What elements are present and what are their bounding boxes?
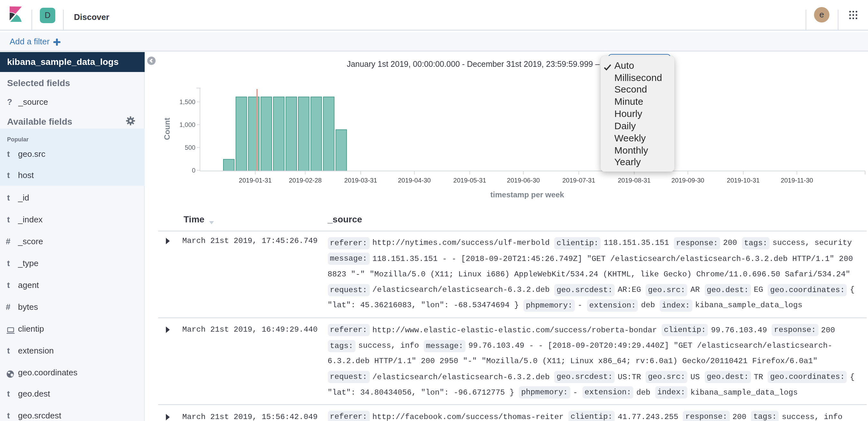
svg-text:timestamp per week: timestamp per week [490,190,564,199]
svg-text:500: 500 [185,144,195,151]
svg-text:2019-06-30: 2019-06-30 [507,177,540,184]
svg-text:2019-11-30: 2019-11-30 [780,177,813,184]
svg-text:1,500: 1,500 [179,98,195,105]
svg-text:2019-02-28: 2019-02-28 [289,177,321,184]
svg-text:2019-08-31: 2019-08-31 [618,177,651,184]
svg-text:2019-10-31: 2019-10-31 [727,177,760,184]
svg-text:0: 0 [192,167,195,174]
svg-text:1,000: 1,000 [179,121,195,128]
svg-text:2019-05-31: 2019-05-31 [453,177,486,184]
svg-text:2019-09-30: 2019-09-30 [671,177,704,184]
svg-text:2019-04-30: 2019-04-30 [398,177,431,184]
svg-text:2019-07-31: 2019-07-31 [562,177,595,184]
svg-text:2019-01-31: 2019-01-31 [239,177,272,184]
svg-text:2019-03-31: 2019-03-31 [344,177,377,184]
svg-text:Count: Count [163,118,172,140]
